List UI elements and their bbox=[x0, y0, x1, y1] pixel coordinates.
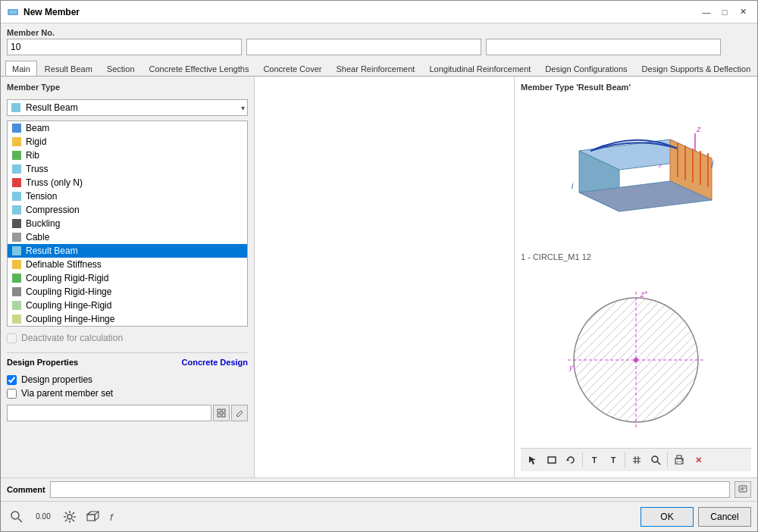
design-text-input[interactable] bbox=[7, 405, 211, 421]
list-item[interactable]: Definable Stiffness bbox=[8, 258, 247, 271]
svg-marker-30 bbox=[566, 458, 569, 461]
design-props-title: Design Properties bbox=[7, 358, 78, 367]
design-props-checkbox[interactable] bbox=[7, 375, 17, 385]
coord-label: 0.00 bbox=[36, 512, 50, 521]
toolbar-separator-3 bbox=[667, 452, 668, 468]
color-dot bbox=[12, 205, 21, 214]
view-btn-grid[interactable] bbox=[628, 451, 646, 469]
member-type-list: Beam Rigid Rib Truss Truss (only N) bbox=[7, 120, 248, 327]
maximize-button[interactable]: □ bbox=[716, 5, 733, 20]
comment-label: Comment bbox=[7, 485, 45, 494]
search-icon bbox=[10, 510, 23, 524]
coord-btn[interactable]: 0.00 bbox=[30, 507, 57, 527]
list-item[interactable]: Coupling Hinge-Rigid bbox=[8, 299, 247, 312]
list-item[interactable]: Beam bbox=[8, 121, 247, 135]
design-props-row: Design properties bbox=[7, 374, 248, 385]
view-btn-text[interactable]: T bbox=[585, 451, 603, 469]
tab-concrete-cover[interactable]: Concrete Cover bbox=[256, 61, 328, 77]
member-type-dropdown-container: Result Beam ▾ bbox=[7, 99, 248, 116]
svg-point-40 bbox=[681, 459, 683, 461]
tab-design-config[interactable]: Design Configurations bbox=[538, 61, 634, 77]
gear-icon bbox=[63, 510, 77, 524]
title-controls: — □ ✕ bbox=[698, 5, 751, 20]
svg-rect-1 bbox=[9, 11, 17, 14]
ok-button[interactable]: OK bbox=[641, 507, 694, 527]
list-item[interactable]: Truss bbox=[8, 162, 247, 176]
list-item[interactable]: Coupling Rigid-Hinge bbox=[8, 285, 247, 299]
minimize-button[interactable]: — bbox=[698, 5, 715, 20]
list-item[interactable]: Rib bbox=[8, 149, 247, 162]
view-btn-rect[interactable] bbox=[543, 451, 561, 469]
svg-point-44 bbox=[11, 512, 19, 519]
svg-rect-39 bbox=[677, 462, 681, 464]
color-dot bbox=[12, 315, 21, 324]
svg-rect-2 bbox=[218, 409, 221, 412]
toolbar-separator-1 bbox=[582, 452, 583, 468]
view-btn-zoom[interactable] bbox=[647, 451, 665, 469]
svg-point-28 bbox=[634, 358, 638, 362]
list-item[interactable]: Tension bbox=[8, 189, 247, 203]
list-item[interactable]: Rigid bbox=[8, 135, 247, 149]
list-item[interactable]: Buckling bbox=[8, 217, 247, 230]
tab-design-supports[interactable]: Design Supports & Deflection bbox=[635, 61, 757, 77]
color-dot bbox=[12, 178, 21, 187]
param-btn[interactable]: f bbox=[105, 507, 125, 527]
tab-section[interactable]: Section bbox=[100, 61, 142, 77]
middle-panel bbox=[255, 77, 515, 477]
list-item[interactable]: Coupling Hinge-Hinge bbox=[8, 312, 247, 326]
field2-label bbox=[246, 28, 481, 37]
svg-rect-47 bbox=[87, 515, 95, 521]
view3d-btn[interactable] bbox=[83, 507, 102, 527]
list-item[interactable]: Cable bbox=[8, 230, 247, 244]
via-parent-checkbox[interactable] bbox=[7, 389, 17, 399]
deactivate-checkbox[interactable] bbox=[7, 333, 17, 343]
color-dot bbox=[12, 301, 21, 310]
list-item[interactable]: Truss (only N) bbox=[8, 176, 247, 189]
concrete-design-link[interactable]: Concrete Design bbox=[182, 358, 248, 367]
window-title: New Member bbox=[23, 7, 80, 17]
comment-btn[interactable] bbox=[735, 481, 751, 498]
tab-result-beam[interactable]: Result Beam bbox=[38, 61, 99, 77]
list-item[interactable]: Coupling Rigid-Rigid bbox=[8, 271, 247, 285]
color-dot bbox=[12, 219, 21, 228]
settings-btn[interactable] bbox=[60, 507, 80, 527]
view-btn-close-view[interactable]: ✕ bbox=[689, 451, 707, 469]
circle-view: z* y bbox=[521, 264, 751, 448]
member-type-select[interactable]: Result Beam bbox=[7, 99, 248, 116]
cancel-button[interactable]: Cancel bbox=[698, 507, 751, 527]
svg-rect-41 bbox=[739, 486, 747, 492]
color-dot bbox=[12, 151, 21, 160]
ok-cancel-buttons: OK Cancel bbox=[641, 507, 751, 527]
design-input-row bbox=[7, 405, 248, 421]
svg-rect-38 bbox=[677, 455, 681, 458]
list-item[interactable]: Compression bbox=[8, 203, 247, 217]
view-btn-print[interactable] bbox=[670, 451, 688, 469]
field-group3 bbox=[486, 28, 721, 55]
deactivate-row: Deactivate for calculation bbox=[7, 331, 248, 345]
view-btn-select[interactable] bbox=[524, 451, 542, 469]
svg-point-35 bbox=[652, 456, 658, 462]
left-panel: Member Type Result Beam ▾ Beam Rigid bbox=[1, 77, 255, 477]
member-type-result-beam-label: Member Type 'Result Beam' bbox=[521, 83, 751, 92]
search-bottom-btn[interactable] bbox=[7, 507, 27, 527]
right-panel: Member Type 'Result Beam' z y bbox=[515, 77, 757, 477]
top-fields: Member No. 10 bbox=[1, 23, 757, 60]
color-dot bbox=[12, 137, 21, 146]
close-button[interactable]: ✕ bbox=[735, 5, 751, 20]
tab-longitudinal[interactable]: Longitudinal Reinforcement bbox=[422, 61, 537, 77]
color-dot bbox=[12, 192, 21, 201]
view-btn-rotate[interactable] bbox=[562, 451, 580, 469]
tab-main[interactable]: Main bbox=[5, 61, 37, 77]
comment-input[interactable] bbox=[50, 481, 730, 498]
title-bar: New Member — □ ✕ bbox=[1, 1, 757, 23]
tab-shear[interactable]: Shear Reinforcement bbox=[329, 61, 421, 77]
tab-concrete-eff[interactable]: Concrete Effective Lengths bbox=[143, 61, 256, 77]
member-no-input[interactable]: 10 bbox=[7, 39, 242, 55]
field-group2 bbox=[246, 28, 481, 55]
via-parent-row: Via parent member set bbox=[7, 388, 248, 399]
color-dot bbox=[12, 233, 21, 242]
design-icon-btn1[interactable] bbox=[213, 405, 230, 421]
list-item-result-beam-selected[interactable]: Result Beam bbox=[8, 244, 247, 258]
design-icon-btn2[interactable] bbox=[231, 405, 248, 421]
view-btn-text2[interactable]: T bbox=[604, 451, 622, 469]
